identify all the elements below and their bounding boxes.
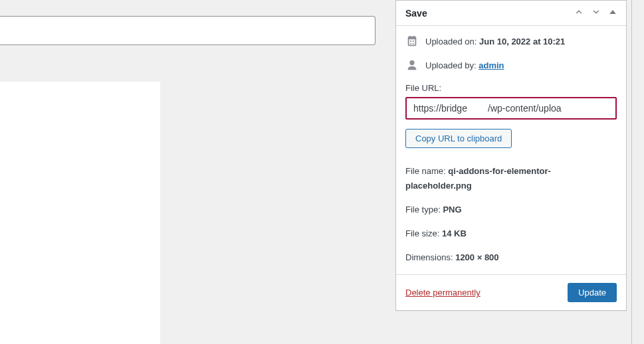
uploaded-on-value: Jun 10, 2022 at 10:21 [479, 37, 565, 46]
file-type-row: File type: PNG [405, 203, 617, 217]
dimensions-label: Dimensions: [405, 252, 453, 262]
uploaded-by-text: Uploaded by: admin [425, 60, 504, 70]
file-url-label: File URL: [405, 83, 617, 93]
file-type-label: File type: [405, 205, 441, 215]
uploaded-by-user-link[interactable]: admin [479, 60, 504, 70]
chevron-down-icon[interactable] [591, 7, 601, 19]
panel-body: Uploaded on: Jun 10, 2022 at 10:21 Uploa… [396, 26, 626, 265]
copy-url-button[interactable]: Copy URL to clipboard [405, 129, 512, 148]
vertical-divider [631, 0, 632, 344]
title-input-wrapper [0, 16, 376, 45]
panel-controls [574, 7, 617, 19]
uploaded-by-label: Uploaded by: [425, 60, 477, 70]
file-size-label: File size: [405, 228, 439, 238]
file-type-value: PNG [443, 205, 461, 215]
dimensions-row: Dimensions: 1200 × 800 [405, 250, 617, 265]
main-content [0, 16, 376, 344]
uploaded-on-row: Uploaded on: Jun 10, 2022 at 10:21 [405, 35, 617, 47]
uploaded-on-label: Uploaded on: [425, 37, 477, 46]
file-size-row: File size: 14 KB [405, 226, 617, 241]
dimensions-value: 1200 × 800 [455, 252, 498, 262]
panel-footer: Delete permanently Update [396, 274, 626, 310]
file-size-value: 14 KB [442, 228, 467, 238]
delete-permanently-link[interactable]: Delete permanently [405, 288, 481, 298]
save-metabox: Save Uploaded on: Jun 10, 2022 at 10:21 [395, 0, 627, 311]
file-url-input[interactable] [405, 97, 617, 120]
file-info: File name: qi-addons-for-elementor-place… [405, 164, 617, 265]
file-name-label: File name: [405, 166, 446, 176]
title-input[interactable] [0, 16, 376, 45]
file-name-row: File name: qi-addons-for-elementor-place… [405, 164, 617, 193]
panel-title: Save [405, 8, 427, 19]
panel-header: Save [396, 1, 626, 26]
triangle-up-icon[interactable] [609, 8, 617, 18]
uploaded-by-row: Uploaded by: admin [405, 59, 617, 71]
media-preview [0, 82, 160, 344]
uploaded-on-text: Uploaded on: Jun 10, 2022 at 10:21 [425, 37, 565, 46]
update-button[interactable]: Update [568, 283, 617, 302]
chevron-up-icon[interactable] [574, 7, 584, 19]
calendar-icon [405, 35, 419, 47]
user-icon [405, 59, 419, 71]
